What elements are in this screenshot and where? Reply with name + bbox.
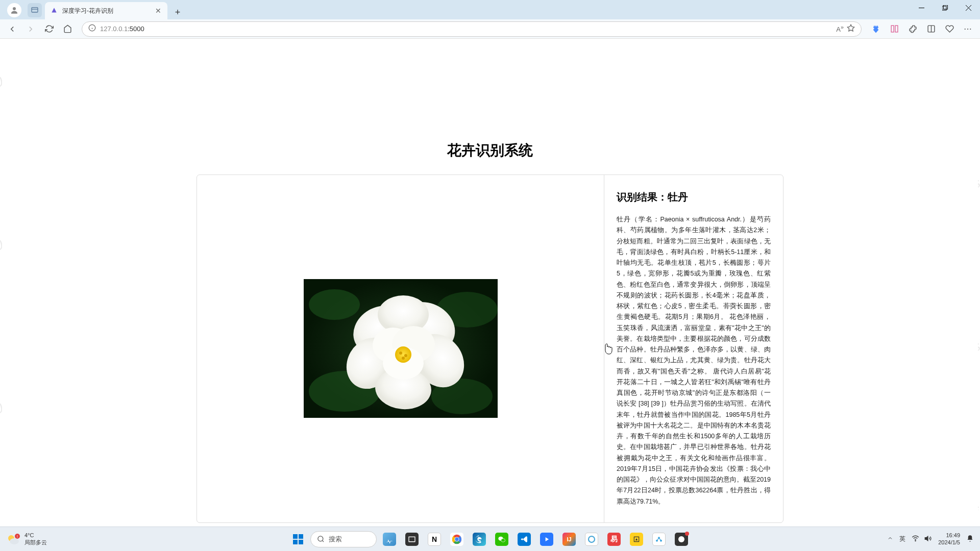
svg-rect-40 [293,540,298,544]
svg-rect-12 [891,26,894,32]
refresh-button[interactable] [41,21,57,37]
tab-row: 深度学习-花卉识别 ✕ + [0,0,980,19]
tab-title: 深度学习-花卉识别 [62,7,150,15]
svg-point-32 [404,354,407,357]
svg-rect-39 [299,534,303,539]
taskbar-center: 搜索 N IJ 易 [289,530,691,549]
tab-close-button[interactable]: ✕ [154,7,162,15]
svg-point-0 [13,7,16,10]
collections-icon[interactable] [886,21,902,37]
image-pane [197,175,604,522]
taskbar: ! 4°C 局部多云 搜索 N IJ 易 英 [0,527,980,551]
svg-point-35 [10,538,19,544]
svg-line-59 [659,538,661,540]
svg-rect-13 [895,26,897,32]
weather-icon: ! [6,532,20,546]
result-description: 牡丹（学名：Paeonia × suffruticosa Andr.）是芍药科、… [617,214,771,507]
app-icon-6[interactable] [582,530,601,549]
address-row: 127.0.0.1:5000 A» ⋯ [0,19,980,39]
app-icon-1[interactable] [380,530,399,549]
svg-rect-1 [32,8,38,12]
url-text: 127.0.0.1:5000 [100,25,832,33]
svg-point-42 [318,536,323,541]
svg-point-30 [395,346,411,363]
svg-point-54 [589,536,595,542]
start-button[interactable] [289,530,307,548]
svg-line-58 [657,538,659,540]
app-icon-wechat[interactable] [492,530,511,549]
ime-indicator[interactable]: 英 [899,535,905,543]
tab-favicon-icon [50,7,58,15]
shopping-icon[interactable] [868,21,884,37]
address-bar[interactable]: 127.0.0.1:5000 A» [82,21,862,37]
svg-line-43 [323,541,324,542]
app-icon-2[interactable] [402,530,422,549]
forward-button[interactable] [22,21,39,37]
svg-rect-44 [409,537,415,541]
read-aloud-icon[interactable]: A» [836,24,844,33]
search-icon [317,535,325,543]
svg-point-53 [501,538,505,542]
svg-point-17 [309,289,360,320]
window-controls [910,0,980,15]
favorites-icon[interactable] [941,21,958,37]
split-screen-icon[interactable] [923,21,939,37]
notifications-icon[interactable] [966,535,974,544]
svg-point-51 [455,537,458,541]
wifi-icon[interactable] [912,535,919,544]
svg-text:!: ! [17,535,18,538]
svg-point-33 [402,357,405,360]
app-icon-7[interactable]: 易 [604,530,624,549]
svg-rect-38 [293,534,298,539]
svg-marker-11 [847,24,854,31]
menu-button[interactable]: ⋯ [960,21,976,37]
app-icon-notion[interactable]: N [425,530,444,549]
app-icon-chrome[interactable] [447,530,467,549]
back-button[interactable] [4,21,20,37]
taskbar-search[interactable]: 搜索 [310,531,377,547]
favorite-icon[interactable] [847,24,855,34]
weather-widget[interactable]: ! 4°C 局部多云 [0,532,53,546]
maximize-button[interactable] [933,0,957,15]
site-info-icon[interactable] [88,24,96,34]
app-icon-intellij[interactable]: IJ [559,530,579,549]
new-tab-button[interactable]: + [170,5,185,19]
app-icon-vscode[interactable] [514,530,534,549]
result-card: 识别结果：牡丹 牡丹（学名：Paeonia × suffruticosa And… [197,174,783,523]
weather-text: 4°C 局部多云 [24,532,47,545]
svg-rect-41 [299,540,303,544]
result-pane: 识别结果：牡丹 牡丹（学名：Paeonia × suffruticosa And… [604,175,783,522]
result-heading: 识别结果：牡丹 [617,190,771,204]
minimize-button[interactable] [910,0,933,15]
volume-icon[interactable] [924,535,932,544]
svg-point-61 [915,540,916,541]
app-icon-5[interactable] [537,530,556,549]
clock[interactable]: 16:49 2024/1/5 [938,532,960,545]
browser-chrome: 深度学习-花卉识别 ✕ + 127.0.0.1:5000 A» ⋯ [0,0,980,29]
page-title: 花卉识别系统 [2,141,978,160]
app-icon-edge[interactable] [470,530,489,549]
svg-rect-5 [943,5,947,9]
system-tray: 英 16:49 2024/1/5 [881,532,980,545]
extensions-icon[interactable] [904,21,921,37]
search-placeholder: 搜索 [329,535,342,544]
close-window-button[interactable] [957,0,980,15]
workspaces-button[interactable] [28,3,42,17]
flower-image [304,279,498,418]
svg-marker-62 [925,536,928,541]
svg-point-31 [399,352,402,355]
tray-expand-icon[interactable] [887,535,893,543]
home-button[interactable] [59,21,76,37]
app-icon-10[interactable] [672,530,691,549]
profile-button[interactable] [7,3,21,17]
browser-tab[interactable]: 深度学习-花卉识别 ✕ [45,2,167,19]
svg-rect-4 [942,6,946,10]
page-viewport: 花卉识别系统 [2,29,978,527]
app-icon-9[interactable] [649,530,669,549]
svg-point-60 [678,536,684,542]
app-icon-8[interactable] [627,530,646,549]
